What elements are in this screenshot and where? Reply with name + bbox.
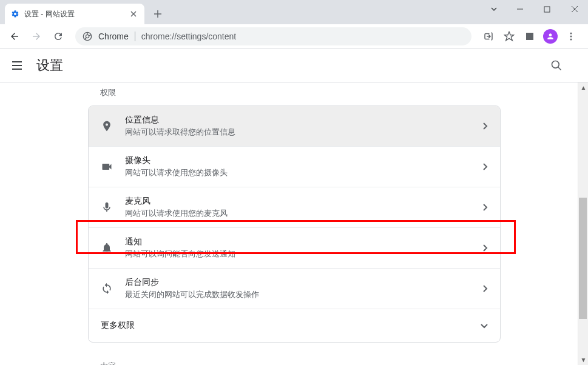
page-title: 设置 — [36, 56, 63, 75]
row-desc: 最近关闭的网站可以完成数据收发操作 — [125, 289, 471, 300]
menu-icon[interactable] — [561, 27, 581, 46]
window-close-button[interactable] — [561, 0, 588, 18]
hamburger-menu-icon[interactable] — [10, 58, 24, 73]
window-maximize-button[interactable] — [533, 0, 561, 18]
search-icon[interactable] — [549, 58, 564, 73]
scrollbar[interactable]: ▲ ▼ — [578, 82, 588, 365]
extensions-icon[interactable] — [520, 27, 539, 46]
row-title: 通知 — [125, 236, 471, 247]
svg-rect-3 — [526, 33, 533, 40]
row-title: 后台同步 — [125, 277, 471, 288]
scrollbar-down-arrow[interactable]: ▼ — [578, 355, 588, 365]
setting-row-camera[interactable]: 摄像头 网站可以请求使用您的摄像头 — [89, 146, 500, 187]
address-bar[interactable]: Chrome chrome://settings/content — [75, 27, 471, 45]
row-title: 位置信息 — [125, 115, 471, 126]
expand-label: 更多权限 — [101, 320, 135, 331]
bookmark-icon[interactable] — [499, 27, 519, 46]
more-permissions-expander[interactable]: 更多权限 — [89, 309, 500, 342]
window-minimize-button[interactable] — [506, 0, 533, 18]
chevron-right-icon — [483, 163, 488, 170]
back-button[interactable] — [5, 27, 24, 46]
chevron-right-icon — [483, 122, 488, 130]
row-desc: 网站可以请求使用您的摄像头 — [125, 167, 471, 178]
tab-title: 设置 - 网站设置 — [24, 9, 124, 19]
browser-toolbar: Chrome chrome://settings/content — [0, 24, 588, 49]
row-desc: 网站可以请求取得您的位置信息 — [125, 127, 471, 138]
forward-button — [27, 27, 46, 46]
omnibox-app-label: Chrome — [98, 32, 129, 41]
avatar-icon — [543, 29, 558, 44]
svg-point-5 — [570, 35, 572, 37]
location-icon — [101, 120, 113, 132]
divider — [135, 32, 135, 41]
chevron-down-icon — [481, 320, 488, 331]
svg-rect-0 — [544, 7, 550, 12]
setting-row-microphone[interactable]: 麦克风 网站可以请求使用您的麦克风 — [89, 187, 500, 227]
content-area: 权限 位置信息 网站可以请求取得您的位置信息 — [0, 82, 588, 365]
bell-icon — [101, 242, 113, 254]
svg-point-7 — [552, 61, 559, 68]
chrome-icon — [83, 32, 92, 41]
profile-avatar[interactable] — [541, 27, 560, 46]
chevron-right-icon — [483, 285, 488, 292]
omnibox-url: chrome://settings/content — [141, 32, 236, 41]
row-desc: 网站可以请求使用您的麦克风 — [125, 208, 471, 219]
scrollbar-thumb[interactable] — [579, 198, 587, 319]
row-desc: 网站可以询问能否向您发送通知 — [125, 249, 471, 260]
new-tab-button[interactable] — [149, 5, 166, 22]
row-title: 麦克风 — [125, 196, 471, 207]
settings-header: 设置 — [0, 49, 588, 82]
share-icon[interactable] — [479, 27, 498, 46]
microphone-icon — [101, 201, 113, 213]
browser-tab[interactable]: 设置 - 网站设置 — [5, 4, 144, 24]
close-icon[interactable] — [129, 9, 138, 19]
setting-row-location[interactable]: 位置信息 网站可以请求取得您的位置信息 — [89, 106, 500, 146]
row-title: 摄像头 — [125, 155, 471, 166]
section-label-content: 内容 — [88, 343, 501, 365]
scrollbar-up-arrow[interactable]: ▲ — [578, 82, 588, 93]
gear-icon — [11, 10, 19, 18]
chevron-right-icon — [483, 244, 488, 252]
sync-icon — [101, 283, 113, 295]
camera-icon — [101, 161, 113, 173]
permissions-card: 位置信息 网站可以请求取得您的位置信息 摄像头 网站可以请求使用您的摄像头 — [88, 105, 501, 343]
setting-row-notifications[interactable]: 通知 网站可以询问能否向您发送通知 — [89, 227, 500, 268]
chevron-right-icon — [483, 204, 488, 211]
svg-point-4 — [570, 32, 572, 34]
svg-point-6 — [570, 38, 572, 40]
section-label-permissions: 权限 — [88, 82, 501, 105]
chevron-down-icon[interactable] — [482, 0, 506, 18]
reload-button[interactable] — [49, 27, 68, 46]
browser-titlebar: 设置 - 网站设置 — [0, 0, 588, 24]
setting-row-background-sync[interactable]: 后台同步 最近关闭的网站可以完成数据收发操作 — [89, 268, 500, 309]
